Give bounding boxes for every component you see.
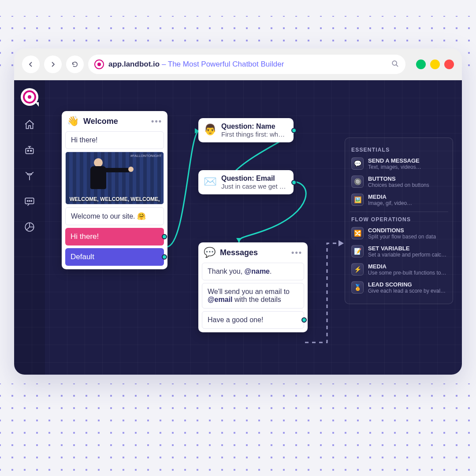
svg-marker-11 xyxy=(236,238,242,242)
svg-point-6 xyxy=(29,201,30,201)
gif-caption: WELCOME, WELCOME, WELCOME, xyxy=(66,196,164,202)
lightning-icon: ⚡ xyxy=(351,263,364,275)
message-row: Thank you, @name. xyxy=(202,263,304,280)
set-variable-icon: 📝 xyxy=(351,245,364,257)
bot-icon[interactable] xyxy=(23,144,36,157)
welcome-text: Welcome to our site. 🤗 xyxy=(65,207,164,225)
node-title: Messages xyxy=(220,248,258,257)
palette-item-media-fn[interactable]: ⚡ MEDIA Use some pre-built functions to … xyxy=(351,263,446,276)
home-icon[interactable] xyxy=(23,118,36,131)
brand-logo-icon[interactable] xyxy=(21,88,38,106)
favicon-icon xyxy=(94,60,104,69)
node-subtitle: First things first: wha… xyxy=(221,130,287,138)
palette-item-send-message[interactable]: 💬 SEND A MESSAGE Text, images, videos… xyxy=(351,157,446,170)
browser-window: app.landbot.io – The Most Powerful Chatb… xyxy=(14,48,462,375)
node-more-button[interactable]: ••• xyxy=(151,117,162,126)
lead-scoring-icon: 🏅 xyxy=(351,281,364,294)
broadcast-icon[interactable] xyxy=(23,169,36,182)
connector-dot[interactable] xyxy=(162,254,167,260)
speech-bubble-icon: 💬 xyxy=(204,247,216,258)
buttons-icon: 🔘 xyxy=(351,175,364,188)
conditions-icon: 🔀 xyxy=(351,227,364,239)
palette-item-buttons[interactable]: 🔘 BUTTONS Choices based on buttons xyxy=(351,175,446,188)
left-rail xyxy=(14,80,45,375)
analytics-icon[interactable] xyxy=(23,220,36,234)
svg-rect-1 xyxy=(26,149,33,154)
outcome-pill-default[interactable]: Default xyxy=(65,248,164,266)
node-welcome[interactable]: 👋 Welcome ••• Hi there! #FALLONTONIGHT W… xyxy=(62,111,167,269)
forward-button[interactable] xyxy=(44,56,62,73)
svg-point-2 xyxy=(27,150,29,152)
node-title: Question: Email xyxy=(221,175,287,182)
gif-tag: #FALLONTONIGHT xyxy=(130,154,162,158)
back-button[interactable] xyxy=(22,56,40,73)
message-row: Have a good one! xyxy=(202,311,304,329)
welcome-gif: #FALLONTONIGHT WELCOME, WELCOME, WELCOME… xyxy=(65,152,164,205)
svg-marker-12 xyxy=(338,240,344,246)
svg-point-5 xyxy=(27,201,28,201)
browser-chrome: app.landbot.io – The Most Powerful Chatb… xyxy=(14,48,462,80)
svg-point-0 xyxy=(392,61,397,65)
svg-point-7 xyxy=(31,201,32,201)
palette-item-media[interactable]: 🖼️ MEDIA Image, gif, video… xyxy=(351,193,446,206)
person-icon: 👨 xyxy=(204,123,217,136)
flow-canvas[interactable]: 👋 Welcome ••• Hi there! #FALLONTONIGHT W… xyxy=(14,80,462,375)
media-icon: 🖼️ xyxy=(351,193,364,206)
wave-icon: 👋 xyxy=(67,115,79,127)
window-traffic-lights xyxy=(416,60,454,69)
palette-item-conditions[interactable]: 🔀 CONDITIONS Split your flow based on da… xyxy=(351,227,446,240)
traffic-red-icon[interactable] xyxy=(444,60,454,69)
connector-dot[interactable] xyxy=(291,180,297,185)
palette-item-lead-scoring[interactable]: 🏅 LEAD SCORING Give each lead a score by… xyxy=(351,281,446,294)
connector-dot[interactable] xyxy=(291,128,297,133)
chat-icon[interactable] xyxy=(23,195,36,208)
node-question-email[interactable]: ✉️ Question: Email Just in case we get d… xyxy=(198,170,294,194)
welcome-greeting: Hi there! xyxy=(65,131,164,149)
node-title: Welcome xyxy=(83,117,118,126)
url-bar[interactable]: app.landbot.io – The Most Powerful Chatb… xyxy=(88,55,405,74)
svg-point-3 xyxy=(30,150,32,152)
node-subtitle: Just in case we get d… xyxy=(221,182,287,190)
search-icon[interactable] xyxy=(390,59,399,70)
block-palette: ESSENTIALS 💬 SEND A MESSAGE Text, images… xyxy=(345,138,453,304)
node-title: Question: Name xyxy=(221,123,287,130)
url-domain: app.landbot.io xyxy=(108,60,160,68)
traffic-green-icon[interactable] xyxy=(416,60,426,69)
decorative-dots-bottom xyxy=(0,383,476,472)
url-tagline: – The Most Powerful Chatbot Builder xyxy=(160,60,284,68)
node-more-button[interactable]: ••• xyxy=(291,248,302,257)
envelope-icon: ✉️ xyxy=(204,175,217,188)
traffic-yellow-icon[interactable] xyxy=(430,60,440,69)
pill-label: Hi there! xyxy=(71,232,99,241)
connector-dot[interactable] xyxy=(301,317,307,323)
node-question-name[interactable]: 👨 Question: Name First things first: wha… xyxy=(198,118,294,142)
palette-item-set-variable[interactable]: 📝 SET VARIABLE Set a variable and perfor… xyxy=(351,245,446,258)
node-messages[interactable]: 💬 Messages ••• Thank you, @name. We'll s… xyxy=(198,242,308,332)
palette-section-title: FLOW OPERATIONS xyxy=(351,216,446,223)
palette-section-title: ESSENTIALS xyxy=(351,147,446,153)
outcome-pill-hi-there[interactable]: Hi there! xyxy=(65,228,164,245)
connector-dot[interactable] xyxy=(162,234,167,239)
message-row: We'll send you an email to @email with t… xyxy=(202,283,304,309)
pill-label: Default xyxy=(71,253,94,261)
reload-button[interactable] xyxy=(66,56,84,73)
send-message-icon: 💬 xyxy=(351,157,364,170)
